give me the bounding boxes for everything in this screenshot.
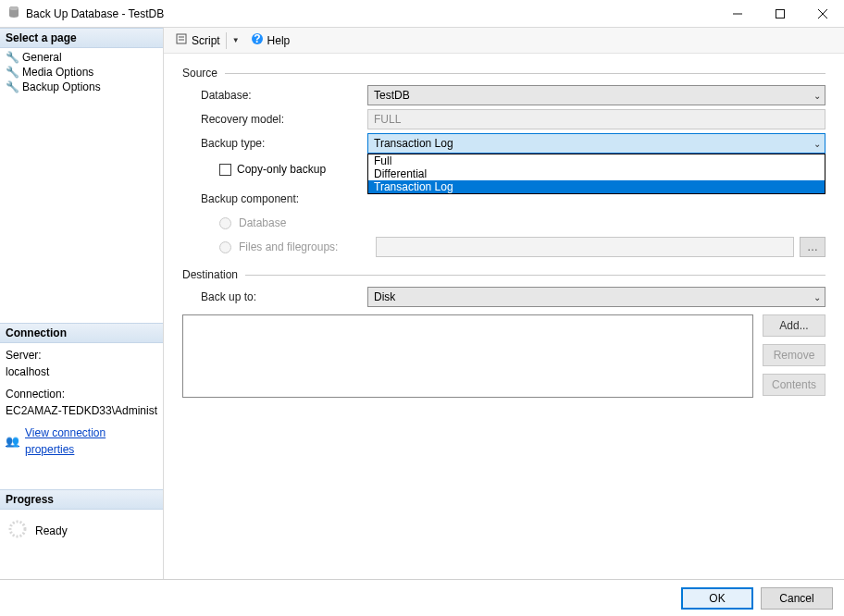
backup-type-label: Backup type: [201, 137, 367, 150]
group-divider [245, 275, 825, 276]
page-label: Backup Options [22, 80, 101, 93]
svg-point-6 [10, 522, 25, 536]
page-label: General [22, 51, 62, 64]
connection-info: Server: localhost Connection: EC2AMAZ-TE… [0, 343, 163, 462]
titlebar: Back Up Database - TestDB [0, 0, 844, 28]
svg-rect-3 [776, 9, 785, 18]
svg-text:?: ? [254, 32, 260, 45]
component-database-radio [219, 217, 231, 229]
checkbox-box [219, 164, 231, 176]
ok-button[interactable]: OK [681, 587, 753, 610]
connection-header: Connection [0, 323, 163, 343]
progress-spinner-icon [7, 519, 28, 542]
wrench-icon: 🔧 [6, 80, 19, 93]
page-label: Media Options [22, 66, 93, 79]
select-page-header: Select a page [0, 28, 163, 48]
server-value: localhost [6, 363, 157, 380]
backup-type-value: Transaction Log [374, 137, 453, 150]
progress-text: Ready [35, 524, 68, 537]
script-icon [175, 32, 188, 48]
destination-list[interactable] [182, 314, 753, 398]
chevron-down-icon: ⌄ [813, 91, 821, 101]
help-button[interactable]: ? Help [247, 31, 294, 50]
destination-header: Destination [182, 268, 242, 281]
people-icon: 👥 [6, 433, 19, 450]
minimize-button[interactable] [716, 0, 759, 27]
connection-label: Connection: [6, 386, 157, 402]
recovery-value: FULL [374, 113, 401, 126]
source-header: Source [182, 67, 221, 80]
toolbar: Script ▼ ? Help [164, 28, 844, 54]
add-destination-button[interactable]: Add... [763, 314, 825, 337]
files-browse-button[interactable]: … [800, 237, 825, 257]
database-icon [7, 6, 20, 21]
script-button[interactable]: Script ▼ [171, 31, 243, 51]
server-label: Server: [6, 347, 157, 363]
remove-destination-button[interactable]: Remove [763, 344, 825, 366]
copy-only-backup-checkbox[interactable]: Copy-only backup [219, 163, 326, 176]
left-pane: Select a page 🔧 General 🔧 Media Options … [0, 28, 164, 579]
contents-button[interactable]: Contents [763, 374, 825, 396]
close-button[interactable] [801, 0, 844, 27]
component-database-label: Database [239, 216, 286, 229]
connection-value: EC2AMAZ-TEDKD33\Administrator [6, 402, 157, 419]
component-files-radio [219, 241, 231, 253]
page-media-options[interactable]: 🔧 Media Options [6, 65, 163, 80]
recovery-label: Recovery model: [201, 113, 367, 126]
maximize-button[interactable] [759, 0, 801, 27]
component-files-label: Files and filegroups: [239, 240, 376, 253]
main-pane: Script ▼ ? Help Source Database: [164, 28, 844, 579]
remove-label: Remove [774, 349, 815, 362]
help-label: Help [267, 34, 291, 47]
svg-point-1 [9, 6, 19, 10]
database-value: TestDB [374, 89, 410, 102]
backup-type-dropdown: Full Differential Transaction Log [367, 154, 825, 194]
backup-type-option-differential[interactable]: Differential [368, 167, 825, 180]
backup-type-option-full[interactable]: Full [368, 154, 825, 167]
window-title: Back Up Database - TestDB [26, 7, 716, 20]
link-text: View connection properties [25, 425, 157, 458]
chevron-down-icon: ⌄ [813, 139, 821, 149]
backup-to-label: Back up to: [201, 290, 367, 303]
page-backup-options[interactable]: 🔧 Backup Options [6, 80, 163, 94]
group-divider [225, 73, 825, 74]
copy-only-label: Copy-only backup [237, 163, 326, 176]
help-icon: ? [251, 32, 264, 48]
view-connection-properties-link[interactable]: 👥 View connection properties [6, 419, 157, 458]
progress-status: Ready [0, 510, 163, 551]
backup-component-label: Backup component: [201, 192, 367, 205]
database-select[interactable]: TestDB ⌄ [367, 85, 825, 105]
svg-rect-7 [177, 34, 186, 43]
script-label: Script [192, 34, 220, 47]
page-general[interactable]: 🔧 General [6, 50, 163, 65]
wrench-icon: 🔧 [6, 66, 19, 79]
ellipsis-icon: … [807, 240, 818, 253]
add-label: Add... [779, 319, 808, 332]
chevron-down-icon: ⌄ [813, 292, 821, 302]
cancel-label: Cancel [779, 592, 813, 605]
backup-to-select[interactable]: Disk ⌄ [367, 287, 825, 307]
backup-type-option-transaction-log[interactable]: Transaction Log [368, 180, 825, 193]
chevron-down-icon: ▼ [232, 36, 240, 44]
cancel-button[interactable]: Cancel [761, 587, 833, 610]
progress-header: Progress [0, 489, 163, 510]
ok-label: OK [709, 592, 725, 605]
dialog-button-bar: OK Cancel [0, 579, 844, 616]
backup-type-select[interactable]: Transaction Log ⌄ [367, 133, 825, 154]
backup-to-value: Disk [374, 290, 395, 303]
recovery-model-field: FULL [367, 109, 825, 129]
database-label: Database: [201, 89, 367, 102]
wrench-icon: 🔧 [6, 51, 19, 64]
contents-label: Contents [772, 378, 816, 391]
files-filegroups-field [376, 237, 794, 257]
